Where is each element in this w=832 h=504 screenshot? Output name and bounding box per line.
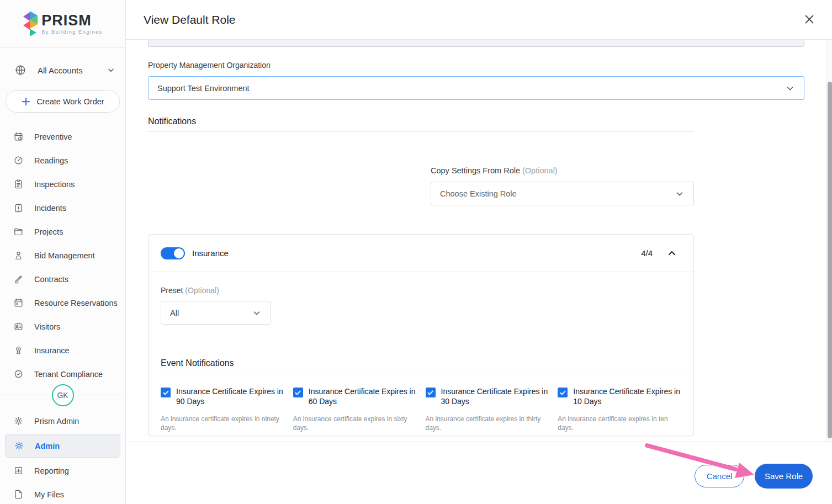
scrollbar-thumb[interactable] bbox=[828, 82, 832, 438]
insurance-count-badge: 4/4 bbox=[641, 248, 653, 258]
save-role-button[interactable]: Save Role bbox=[755, 464, 813, 489]
sidebar-item-insurance[interactable]: Insurance bbox=[0, 338, 125, 362]
event-notification-item: Insurance Certificate Expires in 90 Days… bbox=[161, 387, 285, 432]
account-switcher[interactable]: All Accounts bbox=[0, 58, 125, 82]
folder-icon bbox=[13, 226, 24, 237]
event-notification-item: Insurance Certificate Expires in 60 Days… bbox=[293, 387, 418, 432]
view-default-role-modal: View Default Role Property Management Or… bbox=[126, 0, 832, 504]
event-title: Insurance Certificate Expires in 90 Days bbox=[176, 387, 285, 407]
copy-settings-select[interactable]: Choose Existing Role bbox=[431, 182, 694, 205]
cancel-button[interactable]: Cancel bbox=[695, 465, 744, 487]
sidebar-item-label: Reporting bbox=[34, 466, 69, 475]
award-ribbon-icon bbox=[13, 345, 24, 356]
clipped-field-top bbox=[148, 40, 804, 47]
chevron-down-icon bbox=[785, 83, 795, 93]
sidebar-item-label: Readings bbox=[34, 156, 68, 165]
modal-title: View Default Role bbox=[144, 13, 236, 26]
event-description: An insurance certificate expires in sixt… bbox=[293, 415, 412, 432]
modal-header: View Default Role bbox=[126, 0, 832, 40]
sidebar-item-label: Contracts bbox=[34, 275, 68, 284]
event-notification-item: Insurance Certificate Expires in 10 Days… bbox=[558, 387, 682, 432]
brand-tagline: By Building Engines bbox=[41, 29, 102, 35]
checkbox-checked-icon[interactable] bbox=[558, 388, 568, 397]
sidebar-item-contracts[interactable]: Contracts bbox=[0, 267, 125, 291]
checkbox-checked-icon[interactable] bbox=[293, 388, 303, 397]
event-notifications-heading: Event Notifications bbox=[161, 358, 234, 368]
sidebar-item-admin[interactable]: Admin bbox=[5, 434, 120, 458]
sidebar-item-readings[interactable]: Readings bbox=[0, 148, 125, 172]
file-icon bbox=[13, 489, 24, 500]
insurance-toggle[interactable] bbox=[161, 247, 185, 259]
scrollbar-track[interactable] bbox=[826, 40, 832, 442]
modal-footer: Cancel Save Role bbox=[126, 442, 832, 504]
sidebar-item-preventive[interactable]: Preventive bbox=[0, 125, 125, 148]
sidebar-item-label: Prism Admin bbox=[34, 417, 79, 426]
create-work-order-label: Create Work Order bbox=[36, 97, 104, 106]
sidebar-item-label: Insurance bbox=[34, 346, 70, 355]
avatar-initials: GK bbox=[57, 391, 68, 400]
sidebar-item-label: Preventive bbox=[34, 132, 72, 141]
sidebar-item-label: Incidents bbox=[34, 204, 66, 213]
sidebar-item-incidents[interactable]: Incidents bbox=[0, 196, 125, 220]
brand-name: PRISM bbox=[41, 13, 92, 28]
sidebar-item-label: My Files bbox=[34, 490, 64, 499]
pmo-label: Property Management Organization bbox=[148, 61, 271, 70]
optional-tag: (Optional) bbox=[522, 166, 558, 175]
event-notifications-divider bbox=[161, 374, 682, 374]
sidebar-item-label: Tenant Compliance bbox=[34, 370, 103, 379]
sidebar-item-bid-management[interactable]: Bid Management bbox=[0, 243, 125, 267]
notifications-heading: Notifications bbox=[148, 116, 196, 126]
pmo-select[interactable]: Support Test Environment bbox=[148, 76, 804, 100]
avatar[interactable]: GK bbox=[52, 384, 74, 406]
preset-select[interactable]: All bbox=[161, 301, 271, 325]
checkbox-checked-icon[interactable] bbox=[161, 388, 171, 397]
bar-chart-icon bbox=[13, 465, 24, 476]
incident-alert-icon bbox=[13, 203, 24, 214]
create-work-order-button[interactable]: Create Work Order bbox=[6, 90, 120, 113]
event-title: Insurance Certificate Expires in 10 Days bbox=[573, 387, 682, 407]
event-title: Insurance Certificate Expires in 60 Days bbox=[309, 387, 418, 407]
person-icon bbox=[13, 250, 24, 261]
gear-icon bbox=[13, 416, 24, 427]
chevron-down-icon bbox=[107, 66, 115, 75]
sidebar-item-visitors[interactable]: Visitors bbox=[0, 315, 125, 338]
chevron-down-icon bbox=[252, 308, 262, 318]
account-switcher-label: All Accounts bbox=[38, 66, 107, 75]
sidebar-item-my-files[interactable]: My Files bbox=[0, 482, 125, 504]
sidebar-item-label: Admin bbox=[35, 442, 60, 450]
sidebar-item-tenant-compliance[interactable]: Tenant Compliance bbox=[0, 362, 125, 386]
chevron-up-icon[interactable] bbox=[665, 246, 679, 261]
copy-settings-placeholder: Choose Existing Role bbox=[440, 189, 675, 198]
sidebar-item-resource-reservations[interactable]: Resource Reservations bbox=[0, 291, 125, 315]
copy-settings-label: Copy Settings From Role (Optional) bbox=[431, 166, 558, 175]
brand-logo[interactable]: PRISM By Building Engines bbox=[0, 0, 125, 48]
sidebar-nav: Preventive Readings Inspections Incident… bbox=[0, 125, 125, 386]
preset-select-value: All bbox=[170, 309, 252, 317]
plus-icon bbox=[21, 97, 31, 107]
toggle-knob bbox=[174, 248, 184, 258]
gauge-icon bbox=[13, 155, 24, 166]
event-title: Insurance Certificate Expires in 30 Days bbox=[441, 387, 550, 407]
chevron-down-icon bbox=[675, 189, 685, 199]
sidebar-item-reporting[interactable]: Reporting bbox=[0, 459, 125, 482]
preset-label: Preset (Optional) bbox=[161, 286, 219, 295]
close-icon[interactable] bbox=[802, 12, 817, 26]
calendar-sync-icon bbox=[13, 131, 24, 142]
sidebar-bottom-nav: Prism Admin Admin Reporting My Files bbox=[0, 409, 125, 504]
calendar-icon bbox=[13, 298, 24, 309]
sidebar-item-projects[interactable]: Projects bbox=[0, 220, 125, 243]
clipboard-icon bbox=[13, 179, 24, 190]
sidebar-item-label: Inspections bbox=[34, 180, 75, 189]
insurance-section-card: Insurance 4/4 Preset (Optional) All Even… bbox=[148, 234, 694, 436]
sidebar-item-prism-admin[interactable]: Prism Admin bbox=[0, 409, 125, 433]
event-description: An insurance certificate expires in nine… bbox=[161, 415, 279, 432]
insurance-section-header: Insurance 4/4 bbox=[149, 235, 693, 272]
event-description: An insurance certificate expires in ten … bbox=[558, 415, 676, 432]
gear-icon bbox=[13, 441, 24, 452]
pmo-select-value: Support Test Environment bbox=[157, 84, 785, 93]
sidebar-item-inspections[interactable]: Inspections bbox=[0, 172, 125, 196]
seal-check-icon bbox=[13, 369, 24, 380]
checkbox-checked-icon[interactable] bbox=[426, 388, 436, 397]
event-notifications-grid: Insurance Certificate Expires in 90 Days… bbox=[161, 387, 682, 432]
sidebar-divider: GK bbox=[0, 395, 125, 408]
